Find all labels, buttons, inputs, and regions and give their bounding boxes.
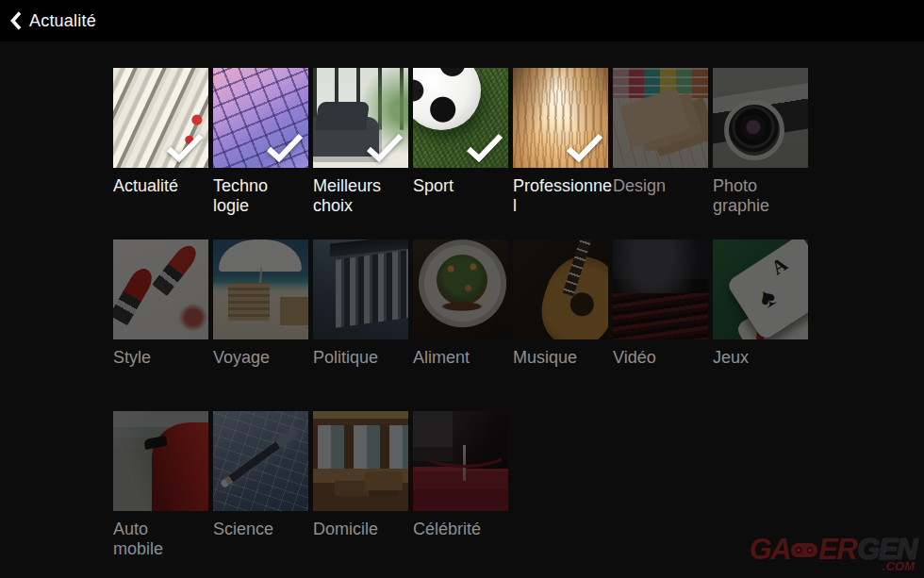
back-button[interactable]: Actualité [0, 10, 96, 31]
category-label: Aliment [413, 348, 508, 368]
category-label: Science [213, 520, 308, 539]
meilleurs-choix-image [313, 68, 408, 168]
category-label: Meilleurs choix [313, 176, 408, 216]
category-label: Musique [513, 348, 608, 368]
checkmark-icon [166, 132, 204, 162]
checkmark-icon [566, 132, 603, 162]
dim-overlay [513, 239, 608, 339]
category-label: Célébrité [413, 520, 508, 539]
design-image [613, 68, 708, 168]
dim-overlay [213, 411, 308, 511]
category-tile-video[interactable]: Vidéo [613, 239, 708, 411]
watermark-text: GA [750, 535, 791, 564]
art-layer [315, 102, 370, 130]
dim-overlay [113, 411, 208, 511]
category-tile-technologie[interactable]: Techno logie [213, 68, 308, 239]
jeux-image [713, 239, 808, 339]
category-label: Design [613, 176, 708, 196]
dim-overlay [613, 68, 708, 168]
category-label: Photo graphie [713, 176, 808, 216]
category-tile-design[interactable]: Design [613, 68, 708, 239]
dim-overlay [213, 239, 308, 339]
gamepad-icon [790, 539, 818, 560]
category-label: Professionne l [513, 176, 608, 216]
chevron-left-icon [9, 10, 23, 31]
category-label: Politique [313, 348, 408, 368]
domicile-image [313, 411, 408, 511]
sport-image [413, 68, 508, 168]
dim-overlay [313, 411, 408, 511]
watermark-text: ER [818, 535, 856, 564]
dim-overlay [113, 239, 208, 339]
category-label: Voyage [213, 348, 308, 368]
category-tile-science[interactable]: Science [213, 411, 308, 578]
technologie-image [213, 68, 308, 168]
video-image [613, 239, 708, 339]
aliment-image [413, 239, 508, 339]
category-label: Domicile [313, 520, 408, 539]
category-tile-aliment[interactable]: Aliment [413, 239, 508, 411]
category-label: Vidéo [613, 348, 708, 368]
voyage-image [213, 239, 308, 339]
category-tile-style[interactable]: Style [113, 239, 208, 411]
category-tile-jeux[interactable]: Jeux [713, 239, 808, 411]
category-tile-professionnel[interactable]: Professionne l [513, 68, 608, 239]
checkmark-icon [266, 132, 304, 162]
checkmark-icon [366, 132, 404, 162]
musique-image [513, 239, 608, 339]
professionnel-image [513, 68, 608, 168]
celebrite-image [413, 411, 508, 511]
category-label: Auto mobile [113, 520, 208, 559]
checkmark-icon [466, 132, 503, 162]
dim-overlay [613, 239, 708, 339]
category-label: Actualité [113, 176, 208, 196]
dim-overlay [313, 239, 408, 339]
category-tile-voyage[interactable]: Voyage [213, 239, 308, 411]
category-tile-automobile[interactable]: Auto mobile [113, 411, 208, 578]
dim-overlay [413, 239, 508, 339]
politique-image [313, 239, 408, 339]
dim-overlay [713, 68, 808, 168]
category-picker-screen: Actualité ActualitéTechno logieMeilleurs… [0, 0, 924, 578]
category-tile-celebrite[interactable]: Célébrité [413, 411, 508, 578]
category-label: Techno logie [213, 176, 308, 216]
category-tile-meilleurs-choix[interactable]: Meilleurs choix [313, 68, 408, 239]
category-tile-sport[interactable]: Sport [413, 68, 508, 239]
category-label: Style [113, 348, 208, 368]
category-grid: ActualitéTechno logieMeilleurs choixSpor… [113, 68, 808, 578]
science-image [213, 411, 308, 511]
dim-overlay [413, 411, 508, 511]
category-tile-actualite[interactable]: Actualité [113, 68, 208, 239]
header-bar: Actualité [0, 0, 924, 41]
dim-overlay [713, 239, 808, 339]
category-tile-politique[interactable]: Politique [313, 239, 408, 411]
page-title: Actualité [29, 11, 96, 31]
photographie-image [713, 68, 808, 168]
category-label: Jeux [713, 348, 808, 368]
automobile-image [113, 411, 208, 511]
category-tile-musique[interactable]: Musique [513, 239, 608, 411]
gamergen-watermark: GA ER GEN .COM [750, 535, 916, 572]
style-image [113, 239, 208, 339]
art-layer [413, 68, 481, 130]
category-label: Sport [413, 176, 508, 196]
category-tile-domicile[interactable]: Domicile [313, 411, 408, 578]
category-tile-photographie[interactable]: Photo graphie [713, 68, 808, 239]
actualite-image [113, 68, 208, 168]
